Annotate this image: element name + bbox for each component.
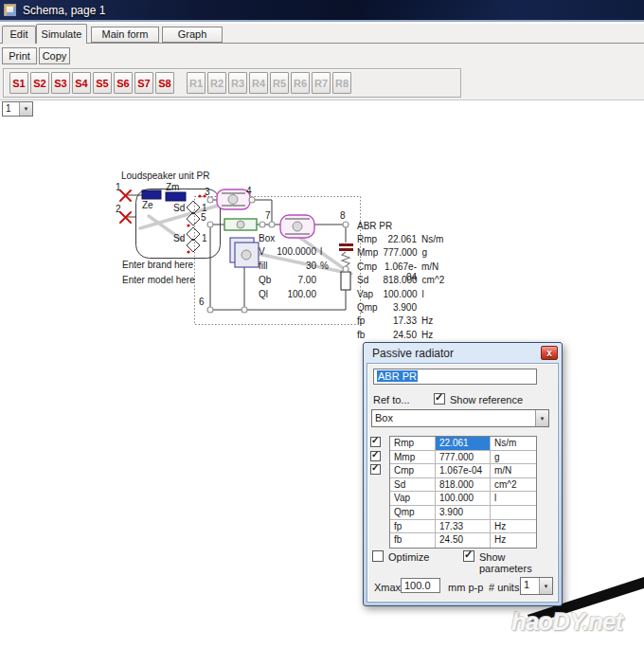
box-param-row: Ql 100.00	[259, 289, 332, 303]
model-placeholder-label[interactable]: Enter model here	[122, 275, 195, 286]
param-optimize-checkbox[interactable]	[370, 437, 381, 447]
parameter-row[interactable]: Vap 100.000 l	[390, 492, 536, 506]
param-name: fp	[357, 315, 384, 329]
parameter-row[interactable]: fp 17.33 Hz	[390, 520, 536, 534]
param-value: 22.061	[384, 234, 417, 247]
param-unit-cell: m/N	[491, 464, 536, 477]
close-icon: x	[546, 348, 552, 358]
parameter-row[interactable]: Rmp 22.061 Ns/m	[390, 437, 536, 451]
loudspeaker-title: Loudspeaker unit PR	[121, 171, 209, 182]
param-value: 24.50	[384, 330, 417, 343]
radiator-name-value: ABR PR	[377, 370, 418, 382]
show-parameters-label: Show parameters	[479, 551, 558, 574]
param-value: 100.0000	[276, 246, 316, 261]
abr-block-title: ABR PR	[357, 221, 452, 234]
abr-param-row: Sd 818.000 cm^2	[357, 275, 452, 288]
checkmark-icon: ✓	[464, 549, 473, 561]
node-junction[interactable]	[207, 197, 213, 203]
abr-param-row: Cmp 1.067e-04 m/N	[357, 261, 452, 275]
port-component[interactable]	[224, 219, 257, 230]
param-unit: Ns/m	[421, 234, 452, 247]
parameter-row[interactable]: Sd 818.000 cm^2	[390, 478, 536, 493]
box-param-row: Qb 7.00	[259, 275, 332, 289]
param-unit-cell: g	[491, 451, 536, 464]
node-junction[interactable]	[207, 307, 213, 313]
ze-component[interactable]	[142, 190, 161, 199]
param-value-cell[interactable]: 777.000	[436, 451, 491, 464]
param-value-cell[interactable]: 1.067e-04	[436, 464, 491, 477]
node-junction[interactable]	[242, 307, 247, 313]
param-name-cell: Rmp	[390, 437, 436, 450]
show-parameters-checkbox[interactable]: ✓	[463, 550, 474, 562]
param-value: 7.00	[276, 275, 316, 289]
param-unit	[320, 275, 332, 289]
diaphragm-component[interactable]	[217, 189, 250, 209]
param-value: 1.067e-04	[384, 261, 417, 275]
sd-bottom-label: Sd	[173, 233, 185, 243]
parameter-row[interactable]: Qmp 3.900	[390, 506, 536, 520]
chevron-down-icon[interactable]: ▼	[539, 578, 552, 594]
param-name: Qmp	[357, 302, 384, 315]
pr-compliance-component[interactable]	[339, 243, 353, 251]
param-unit: l	[320, 246, 332, 261]
node-junction[interactable]	[343, 266, 349, 272]
param-unit: m/N	[421, 261, 452, 275]
param-optimize-checkbox[interactable]	[370, 464, 381, 475]
abr-param-row: fp 17.33 Hz	[357, 315, 452, 329]
param-value: 777.000	[383, 247, 417, 261]
xmax-input[interactable]: 100.0	[401, 578, 440, 593]
terminal-2-label: 2	[116, 204, 121, 214]
node-junction[interactable]	[259, 222, 265, 227]
param-value-cell[interactable]: 100.000	[436, 492, 491, 505]
dialog-titlebar[interactable]: Passive radiator x	[367, 343, 559, 363]
param-value-cell[interactable]: 17.33	[436, 520, 491, 533]
show-reference-checkbox[interactable]: ✓	[434, 393, 445, 405]
node-junction[interactable]	[249, 197, 255, 203]
tab-simulate[interactable]: Simulate	[36, 24, 87, 44]
brand-placeholder-label[interactable]: Enter brand here	[122, 260, 193, 271]
checkmark-icon: ✓	[435, 391, 443, 404]
close-button[interactable]: x	[541, 346, 558, 360]
units-count-value: 1	[521, 578, 539, 594]
param-name-cell: Mmp	[390, 451, 436, 464]
box-component[interactable]	[230, 238, 259, 267]
param-value-cell[interactable]: 818.000	[436, 478, 491, 492]
sd-transformer-bottom[interactable]	[187, 224, 200, 253]
param-value-cell[interactable]: 3.900	[436, 506, 491, 519]
param-value: 100.000	[383, 289, 417, 302]
param-value: 17.33	[384, 315, 417, 329]
optimize-label: Optimize	[388, 551, 429, 563]
xmax-label: Xmax	[374, 582, 401, 593]
box-block-title: Box	[259, 233, 332, 246]
units-count-select[interactable]: 1 ▼	[520, 577, 553, 595]
abr-param-row: Mmp 777.000 g	[357, 247, 452, 261]
parameter-row[interactable]: Cmp 1.067e-04 m/N	[390, 464, 536, 478]
node-junction[interactable]	[207, 222, 213, 227]
param-optimize-checkbox[interactable]	[370, 451, 381, 461]
radiator-name-field[interactable]: ABR PR	[373, 369, 537, 385]
param-value-cell[interactable]: 24.50	[436, 533, 491, 548]
abr-parameter-block[interactable]: ABR PR Rmp 22.061 Ns/m Mmp 777.000 g Cmp…	[357, 221, 452, 343]
xmax-unit-label: mm p-p	[448, 582, 483, 593]
parameter-row[interactable]: fb 24.50 Hz	[390, 533, 536, 548]
node-junction[interactable]	[343, 222, 349, 227]
chevron-down-icon[interactable]: ▼	[535, 410, 548, 426]
dialog-title: Passive radiator	[367, 347, 454, 360]
param-unit-cell: Ns/m	[491, 437, 536, 450]
param-unit-cell: Hz	[491, 520, 536, 533]
ref-to-select[interactable]: Box ▼	[371, 409, 549, 427]
param-unit: g	[422, 247, 452, 261]
box-parameter-block[interactable]: Box V 100.0000 l fill 30 % Qb 7.00 Ql	[259, 233, 332, 303]
param-unit: Hz	[421, 315, 452, 329]
ref-to-value: Box	[372, 410, 535, 426]
parameter-row[interactable]: Mmp 777.000 g	[390, 451, 536, 465]
pr-mass-component[interactable]	[341, 272, 350, 290]
param-name: fb	[357, 330, 384, 343]
sd-top-label: Sd	[173, 203, 185, 213]
node-junction[interactable]	[269, 222, 275, 227]
param-value-cell[interactable]: 22.061	[436, 437, 491, 450]
optimize-checkbox[interactable]	[372, 550, 384, 562]
zm-component[interactable]	[166, 192, 186, 201]
pr-damper-component[interactable]	[342, 252, 349, 266]
node-6-label: 6	[199, 297, 205, 307]
